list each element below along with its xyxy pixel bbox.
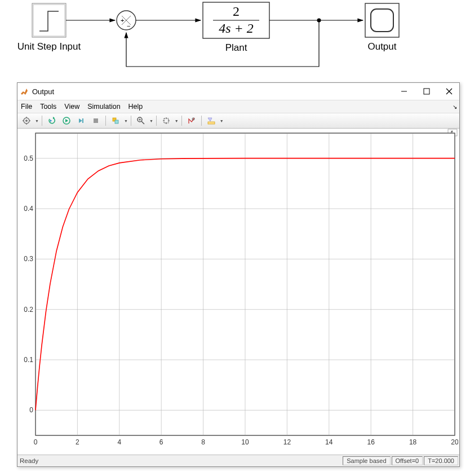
step-block[interactable]: [32, 3, 66, 37]
tf-denominator: 4s + 2: [219, 21, 254, 36]
sum-block[interactable]: + −: [117, 11, 136, 30]
sum-minus: −: [127, 23, 130, 29]
sum-plus: +: [121, 17, 124, 24]
svg-rect-13: [371, 9, 393, 32]
simulink-block-diagram: Unit Step Input + − 2 4s + 2 Plant: [0, 0, 470, 79]
step-label: Unit Step Input: [17, 41, 81, 52]
svg-rect-1: [33, 5, 65, 36]
scope-label: Output: [367, 41, 396, 52]
plant-label: Plant: [225, 42, 247, 53]
tf-numerator: 2: [233, 4, 240, 19]
plant-block[interactable]: 2 4s + 2: [203, 2, 269, 38]
scope-block[interactable]: [365, 3, 399, 37]
